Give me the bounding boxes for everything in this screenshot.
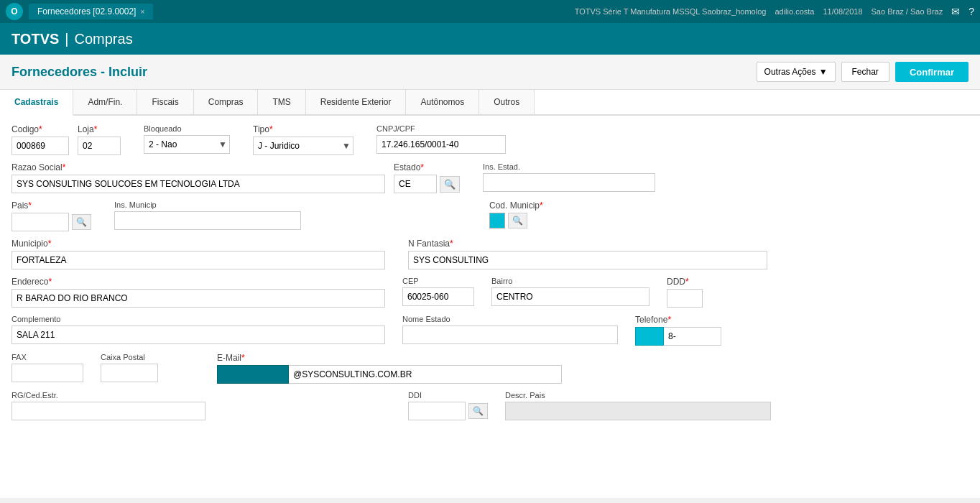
- email-row: [217, 365, 562, 384]
- email-label: E-Mail*: [217, 353, 562, 363]
- pais-group: Pais* 🔍: [11, 200, 91, 231]
- endereco-input[interactable]: [11, 289, 385, 308]
- rg-input[interactable]: [11, 402, 205, 420]
- fax-input[interactable]: [11, 364, 83, 382]
- app-title: TOTVS: [11, 31, 59, 47]
- header-actions: Outras Ações ▼ Fechar Confirmar: [757, 62, 969, 82]
- tab-fornecedores[interactable]: Fornecedores [02.9.0002] ×: [29, 4, 153, 19]
- outras-acoes-button[interactable]: Outras Ações ▼: [757, 62, 836, 82]
- tab-label: Fornecedores [02.9.0002]: [37, 6, 136, 17]
- title-separator: |: [65, 31, 68, 47]
- complemento-label: Complemento: [11, 315, 385, 323]
- tab-tms[interactable]: TMS: [258, 90, 305, 114]
- cnpj-label: CNPJ/CPF: [376, 124, 506, 133]
- telefone-group: Telefone*: [635, 315, 721, 346]
- n-fantasia-input[interactable]: [408, 251, 767, 269]
- municipio-label: Municipio*: [11, 239, 385, 249]
- telefone-highlight-input[interactable]: [635, 327, 664, 346]
- n-fantasia-group: N Fantasia*: [408, 239, 767, 269]
- tab-adm-fin[interactable]: Adm/Fin.: [73, 90, 137, 114]
- tab-autonomos[interactable]: Autônomos: [406, 90, 479, 114]
- nome-estado-input[interactable]: [402, 326, 618, 344]
- ddd-label: DDD*: [667, 277, 703, 287]
- cnpj-input[interactable]: [376, 135, 506, 154]
- descr-pais-label: Descr. Pais: [505, 391, 771, 400]
- tab-cadastrais[interactable]: Cadastrais: [0, 90, 73, 116]
- tab-close-icon[interactable]: ×: [140, 8, 144, 16]
- estado-input[interactable]: [394, 175, 437, 193]
- cod-municip-search-icon[interactable]: 🔍: [508, 213, 527, 229]
- descr-pais-input: [505, 402, 771, 420]
- endereco-group: Endereco*: [11, 277, 385, 308]
- form-row-3: Pais* 🔍 Ins. Municip Cod. Municip* 🔍: [11, 200, 969, 231]
- ins-estad-input[interactable]: [483, 173, 655, 192]
- bairro-input[interactable]: [491, 287, 650, 306]
- codigo-input[interactable]: [11, 137, 69, 155]
- complemento-input[interactable]: [11, 326, 385, 344]
- mail-icon[interactable]: ✉: [951, 6, 960, 17]
- cod-municip-color-box[interactable]: [489, 213, 505, 229]
- cnpj-group: CNPJ/CPF: [376, 124, 506, 154]
- ddi-input-wrapper: 🔍: [408, 402, 488, 420]
- ddd-input[interactable]: [667, 289, 703, 308]
- telefone-label: Telefone*: [635, 315, 721, 325]
- descr-pais-group: Descr. Pais: [505, 391, 771, 420]
- pais-input[interactable]: [11, 213, 69, 231]
- series-info: TOTVS Série T Manufatura MSSQL Saobraz_h…: [575, 7, 767, 16]
- form-area: Codigo* Loja* Bloqueado 2 - Nao ▼ Tipo* …: [0, 116, 980, 498]
- estado-search-icon[interactable]: 🔍: [440, 176, 460, 193]
- tipo-select[interactable]: J - Juridico: [253, 137, 353, 155]
- cep-label: CEP: [402, 277, 474, 285]
- ddi-group: DDI 🔍: [408, 391, 488, 420]
- email-suffix-input[interactable]: [289, 365, 562, 384]
- form-row-6: Complemento Nome Estado Telefone*: [11, 315, 969, 346]
- codigo-group: Codigo*: [11, 124, 69, 155]
- tab-residente-exterior[interactable]: Residente Exterior: [306, 90, 407, 114]
- confirmar-button[interactable]: Confirmar: [895, 62, 969, 82]
- endereco-label: Endereco*: [11, 277, 385, 287]
- user-info: adilio.costa: [775, 7, 814, 16]
- cep-input[interactable]: [402, 287, 474, 306]
- pais-label: Pais*: [11, 200, 91, 211]
- ddi-input[interactable]: [408, 402, 466, 420]
- cod-municip-group: Cod. Municip* 🔍: [489, 200, 543, 229]
- bloqueado-select[interactable]: 2 - Nao: [144, 135, 230, 154]
- ins-municip-group: Ins. Municip: [114, 200, 301, 230]
- loja-group: Loja*: [78, 124, 121, 155]
- tipo-select-wrapper: J - Juridico ▼: [253, 137, 353, 155]
- nome-estado-label: Nome Estado: [402, 315, 618, 323]
- tab-outros[interactable]: Outros: [479, 90, 535, 114]
- estado-label: Estado*: [394, 162, 460, 172]
- tipo-group: Tipo* J - Juridico ▼: [253, 124, 353, 155]
- pais-search-icon[interactable]: 🔍: [72, 214, 91, 230]
- form-row-4: Municipio* N Fantasia*: [11, 239, 969, 269]
- tabs-bar: Cadastrais Adm/Fin. Fiscais Compras TMS …: [0, 90, 980, 116]
- municipio-group: Municipio*: [11, 239, 385, 269]
- razao-social-label: Razao Social*: [11, 162, 385, 172]
- module-title: Compras: [75, 31, 133, 47]
- ddi-label: DDI: [408, 391, 488, 400]
- rg-label: RG/Ced.Estr.: [11, 391, 205, 400]
- location-info: Sao Braz / Sao Braz: [872, 7, 943, 16]
- header-bar: TOTVS | Compras: [0, 23, 980, 55]
- municipio-input[interactable]: [11, 251, 385, 269]
- ddi-search-icon[interactable]: 🔍: [468, 403, 488, 419]
- ddd-group: DDD*: [667, 277, 703, 308]
- tab-fiscais[interactable]: Fiscais: [137, 90, 193, 114]
- nome-estado-group: Nome Estado: [402, 315, 618, 344]
- caixa-postal-input[interactable]: [101, 364, 158, 382]
- codigo-label: Codigo*: [11, 124, 69, 134]
- caixa-postal-label: Caixa Postal: [101, 353, 158, 361]
- ins-estad-label: Ins. Estad.: [483, 162, 655, 171]
- tab-compras[interactable]: Compras: [194, 90, 259, 114]
- ins-municip-input[interactable]: [114, 211, 301, 230]
- razao-social-input[interactable]: [11, 175, 385, 193]
- form-row-7: FAX Caixa Postal E-Mail*: [11, 353, 969, 384]
- email-prefix-input[interactable]: [217, 365, 289, 384]
- telefone-main-input[interactable]: [664, 327, 721, 346]
- fechar-button[interactable]: Fechar: [841, 62, 889, 82]
- help-icon[interactable]: ?: [969, 6, 974, 17]
- caixa-postal-group: Caixa Postal: [101, 353, 158, 382]
- bloqueado-label: Bloqueado: [144, 124, 230, 133]
- loja-input[interactable]: [78, 137, 121, 155]
